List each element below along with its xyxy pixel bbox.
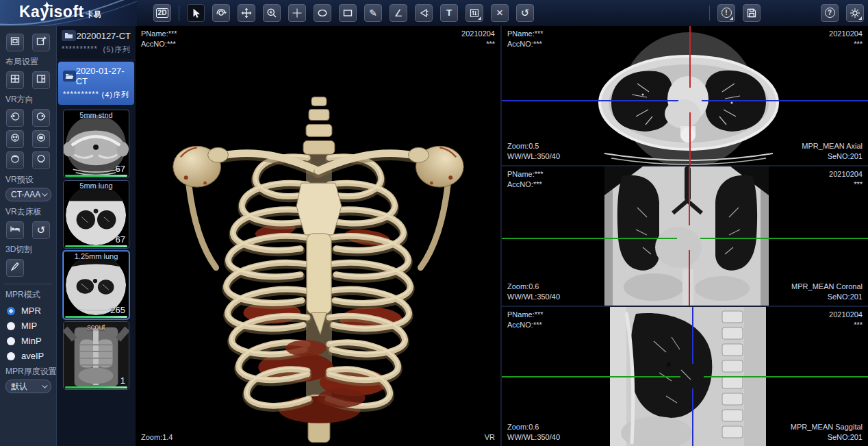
delete-icon: × (496, 7, 503, 18)
mpr-axial-viewport[interactable]: PName:*** AccNO:*** 20210204 *** Zoom:0.… (502, 26, 868, 165)
mpr-mode-radio-aveip[interactable]: aveIP (7, 351, 56, 361)
vr-orient-right-button[interactable] (32, 109, 50, 127)
vr-3d-viewport[interactable]: PName:*** AccNO:*** 20210204 *** Zoom:1.… (136, 26, 502, 446)
mpr-coronal-viewport[interactable]: PName:*** AccNO:*** 20210204 *** Zoom:0.… (502, 166, 868, 306)
thumbnail-loaded-bar (65, 175, 127, 177)
mpr-sagittal-viewport[interactable]: PName:*** AccNO:*** 20210204 *** Zoom:0.… (502, 307, 868, 446)
mpr-thickness-value: 默认 (11, 381, 27, 393)
probe-tool-button[interactable] (415, 4, 433, 22)
crosshair-tool-button[interactable] (288, 4, 306, 22)
rectangle-tool-button[interactable] (339, 4, 357, 22)
cursor-tool-button[interactable] (187, 4, 205, 22)
sidebar-divider (3, 284, 53, 284)
layout-edit-icon (36, 36, 47, 49)
chevron-down-icon (42, 382, 47, 388)
delete-annotation-button[interactable]: × (491, 4, 509, 22)
series-thumbnail-5mm-stnd[interactable]: 5mm stnd 67 (63, 110, 129, 178)
crosshair-vertical-blue[interactable] (692, 307, 693, 364)
vr-orient-superior-button[interactable] (6, 151, 24, 169)
vr-direction-label: VR方向 (5, 94, 56, 106)
crosshair-horizontal-blue[interactable] (702, 100, 868, 101)
layout-1-2-button[interactable] (32, 71, 50, 89)
mpr-mode-radio-mip[interactable]: MIP (7, 321, 56, 331)
mode-2d-icon: 2D (156, 8, 169, 18)
thumbnail-loaded-bar (65, 316, 127, 318)
study-item-1[interactable]: 20200127-CT ********** (5)序列 (57, 26, 136, 60)
app-logo: Kayisoft 卡易 (0, 0, 137, 26)
head-right-icon (36, 111, 47, 125)
reset-view-button[interactable]: ↺ (516, 4, 534, 22)
radio-dot (7, 322, 15, 330)
probe-cone-icon (418, 8, 429, 18)
ct-viewer-app: Kayisoft 卡易 2D (0, 0, 868, 446)
angle-tool-button[interactable]: ∠ (390, 4, 407, 22)
series-thumbnail-1-25mm-lung[interactable]: 1.25mm lung 265 (63, 251, 129, 319)
toolbar-middle-group: ! (709, 4, 761, 22)
zoom-tool-button[interactable] (263, 4, 281, 22)
mode-2d-button[interactable]: 2D (153, 4, 171, 22)
series-thumbnail-5mm-lung[interactable]: 5mm lung 67 (63, 180, 129, 249)
pan-tool-button[interactable] (238, 4, 255, 22)
mpr-mode-radio-mpr[interactable]: MPR (7, 306, 56, 316)
head-eye-icon (36, 132, 47, 146)
crosshair-horizontal-green[interactable] (704, 376, 868, 377)
report-info-button[interactable]: ! (717, 4, 735, 22)
chevron-down-icon (42, 190, 47, 196)
thumbnail-image-count: 67 (116, 164, 125, 174)
settings-button[interactable] (846, 4, 864, 22)
reset-icon: ↺ (521, 8, 530, 18)
vr-orient-left-button[interactable] (6, 109, 24, 127)
layout-custom-button[interactable] (32, 34, 50, 51)
radio-dot (7, 352, 15, 360)
thumbnail-loaded-bar (65, 386, 127, 388)
mpr-mode-radio-minp[interactable]: MinP (7, 336, 56, 346)
crosshair-vertical-red[interactable] (689, 112, 691, 165)
remove-bed-button[interactable] (6, 221, 24, 239)
crosshair-horizontal-green[interactable] (700, 238, 868, 239)
vr-preset-select[interactable]: CT-AAA (5, 188, 51, 201)
layout-2x2-button[interactable] (6, 71, 24, 89)
crosshair-vertical-blue[interactable] (692, 388, 693, 446)
save-button[interactable] (743, 4, 761, 22)
angle-icon: ∠ (394, 8, 403, 18)
thumbnail-label: 5mm stnd (64, 111, 129, 119)
radio-label: MIP (21, 321, 37, 331)
bed-reset-button[interactable]: ↺ (32, 221, 50, 239)
thumbnail-label: 5mm lung (64, 182, 129, 190)
dropdown-corner (730, 16, 733, 20)
vr-orient-posterior-button[interactable] (32, 130, 50, 148)
layout-single-button[interactable] (6, 34, 24, 51)
mpr-thickness-select[interactable]: 默认 (5, 380, 51, 393)
crosshair-vertical-red[interactable] (689, 166, 690, 225)
vr-orient-inferior-button[interactable] (32, 151, 50, 169)
text-tool-button[interactable]: T (440, 4, 458, 22)
head-bottom-icon (36, 153, 47, 167)
study-item-2-selected[interactable]: 2020-01-27-CT ********** (4)序列 (58, 62, 134, 105)
radio-dot (7, 337, 15, 345)
study-title: 20200127-CT (77, 31, 131, 41)
crosshair-horizontal-green[interactable] (502, 238, 677, 239)
thumbnail-image (64, 322, 129, 389)
window-level-tool-button[interactable] (465, 4, 483, 22)
crosshair-horizontal-blue[interactable] (502, 100, 678, 101)
coronal-ct-image (502, 166, 868, 306)
vr-orient-anterior-button[interactable] (6, 130, 24, 148)
series-thumbnail-scout[interactable]: scout 1 (63, 321, 129, 390)
measure-tool-button[interactable]: ✎ (364, 4, 382, 22)
crosshair-vertical-red[interactable] (689, 26, 691, 88)
help-button[interactable]: ? (821, 4, 839, 22)
series-panel: 20200127-CT ********** (5)序列 2020-01-27-… (57, 26, 136, 446)
crosshair-vertical-red[interactable] (689, 250, 690, 306)
folder-closed-icon (62, 30, 76, 41)
mpr-column: PName:*** AccNO:*** 20210204 *** Zoom:0.… (502, 26, 868, 446)
rotate-3d-tool-button[interactable] (212, 4, 230, 22)
scalpel-button[interactable] (6, 259, 24, 277)
cursor-icon (190, 8, 201, 18)
crosshair-horizontal-green[interactable] (502, 376, 680, 377)
ellipse-tool-button[interactable] (314, 4, 331, 22)
help-icon: ? (825, 8, 835, 18)
vr-ribcage-rendering (136, 26, 500, 445)
pencil-icon: ✎ (369, 8, 377, 18)
logo-text-cn: 卡易 (86, 10, 101, 20)
folder-open-icon (63, 71, 76, 82)
